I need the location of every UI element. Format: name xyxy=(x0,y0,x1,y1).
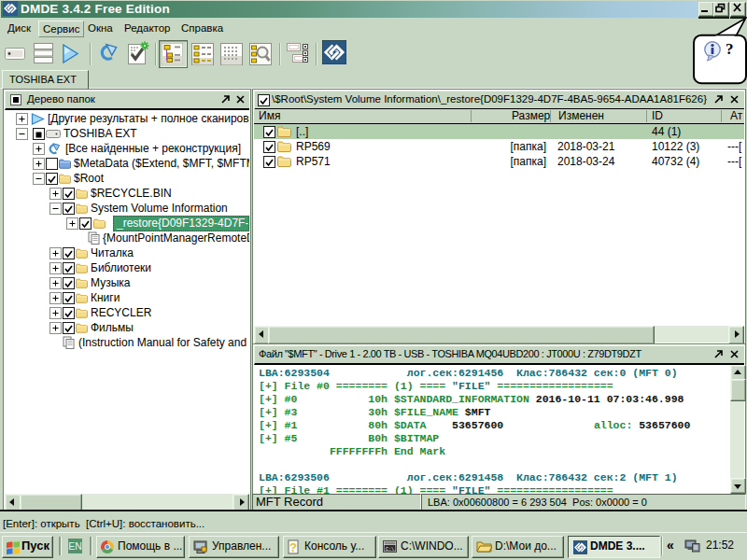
svg-text:?: ? xyxy=(289,540,297,554)
svg-text:C:\: C:\ xyxy=(386,547,394,553)
